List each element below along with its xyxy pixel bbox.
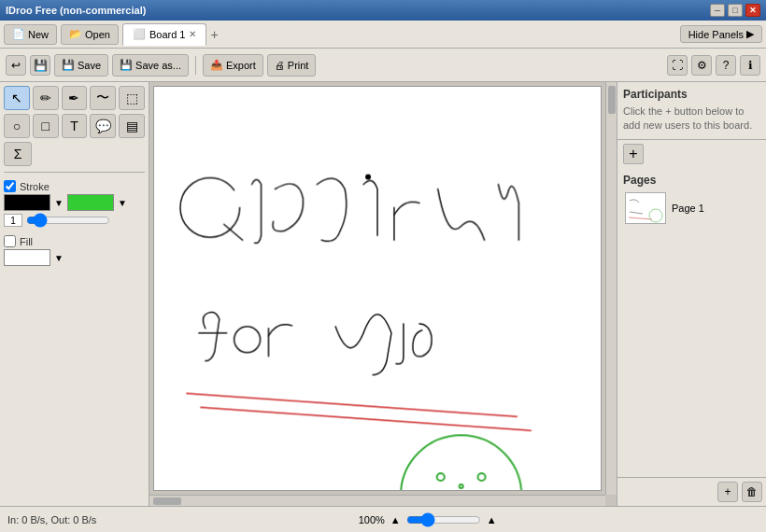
canvas-bg[interactable] [153, 86, 602, 491]
export-button[interactable]: 📤 Export [203, 54, 263, 77]
save-as-icon: 💾 [120, 59, 133, 71]
minimize-button[interactable]: ─ [710, 4, 725, 17]
stroke-color-row: ▼ ▼ [4, 194, 145, 211]
maximize-button[interactable]: □ [728, 4, 743, 17]
stroke-checkbox[interactable] [4, 180, 16, 192]
print-button[interactable]: 🖨 Print [267, 54, 317, 77]
drawing-canvas[interactable] [154, 87, 601, 490]
zoom-controls: 100% ▲ ▲ [359, 512, 497, 527]
pages-title: Pages [623, 174, 760, 187]
fill-label: Fill [20, 236, 33, 247]
zoom-label: 100% [359, 514, 385, 525]
settings-button[interactable]: ⚙ [691, 55, 712, 76]
add-page-button[interactable]: + [717, 482, 738, 502]
fill-checkbox[interactable] [4, 235, 16, 247]
speech-tool[interactable]: 💬 [90, 114, 116, 138]
fill-color-row: ▼ [4, 249, 145, 266]
tab-icon: ⬜ [133, 28, 146, 40]
network-status: In: 0 B/s, Out: 0 B/s [7, 514, 96, 525]
hide-panels-button[interactable]: Hide Panels ▶ [680, 25, 762, 43]
toolbox: ↖ ✏ ✒ 〜 ⬚ ○ □ T 💬 ▤ Σ Stroke ▼ [0, 82, 149, 506]
open-button[interactable]: 📂 Open [61, 24, 119, 45]
fill-color-white[interactable] [4, 249, 50, 266]
print-icon: 🖨 [275, 60, 285, 71]
stroke-section: Stroke ▼ ▼ [4, 178, 145, 230]
rectangle-tool[interactable]: □ [33, 114, 59, 138]
canvas-container [149, 82, 617, 506]
chevron-right-icon: ▶ [746, 28, 754, 40]
stroke-color-arrow[interactable]: ▼ [54, 198, 64, 208]
sigma-tool[interactable]: Σ [4, 142, 32, 166]
save-icon: 💾 [62, 59, 75, 71]
stroke-checkbox-row: Stroke [4, 180, 145, 192]
add-participant-button[interactable]: + [623, 144, 644, 164]
stroke-color-green[interactable] [67, 194, 114, 211]
page-label: Page 1 [672, 203, 704, 214]
toolbar-separator [195, 56, 196, 75]
page-thumbnail [625, 192, 666, 224]
zoom-slider[interactable] [406, 512, 481, 527]
participants-section: Participants Click the + button below to… [617, 82, 766, 140]
window-controls: ─ □ ✕ [710, 4, 760, 17]
export-icon: 📤 [210, 59, 223, 71]
help-button[interactable]: ? [716, 55, 736, 76]
save-icon-button[interactable]: 💾 [30, 55, 50, 76]
save-button[interactable]: 💾 Save [54, 54, 108, 77]
stroke-color-black[interactable] [4, 194, 50, 211]
pages-section: Pages Page 1 [617, 168, 766, 477]
open-icon: 📂 [69, 28, 82, 40]
stroke-size-slider[interactable] [26, 213, 110, 228]
undo-button[interactable]: ↩ [6, 55, 26, 76]
stroke-slider-row [4, 213, 145, 228]
pencil-tool[interactable]: ✏ [33, 86, 59, 110]
delete-page-button[interactable]: 🗑 [742, 482, 762, 502]
info-button[interactable]: ℹ [740, 55, 760, 76]
tab-bar: 📄 New 📂 Open ⬜ Board 1 ✕ + Hide Panels ▶ [0, 21, 766, 49]
tab-close-icon[interactable]: ✕ [189, 29, 196, 39]
save-as-button[interactable]: 💾 Save as... [112, 54, 189, 77]
image-tool[interactable]: ▤ [119, 114, 145, 138]
participants-hint: Click the + button below to add new user… [623, 105, 760, 133]
tool-row-1: ↖ ✏ ✒ 〜 ⬚ [4, 86, 145, 110]
tool-row-2: ○ □ T 💬 ▤ [4, 114, 145, 138]
ellipse-tool[interactable]: ○ [4, 114, 30, 138]
title-bar: IDroo Free (non-commercial) ─ □ ✕ [0, 0, 766, 21]
horizontal-scrollbar[interactable] [149, 495, 605, 506]
thumb-canvas [626, 193, 666, 224]
tab-label: Board 1 [149, 29, 186, 40]
fill-section: Fill ▼ [4, 233, 145, 270]
add-tab-button[interactable]: + [210, 27, 218, 42]
fullscreen-button[interactable]: ⛶ [667, 55, 688, 76]
fill-color-arrow[interactable]: ▼ [54, 253, 64, 263]
stroke-color-arrow2[interactable]: ▼ [118, 198, 127, 208]
eraser-tool[interactable]: ⬚ [119, 86, 145, 110]
main-toolbar: ↩ 💾 💾 Save 💾 Save as... 📤 Export 🖨 Print… [0, 49, 766, 82]
tool-row-3: Σ [4, 142, 145, 166]
new-icon: 📄 [12, 28, 25, 40]
right-panel: Participants Click the + button below to… [617, 82, 766, 506]
main-area: ↖ ✏ ✒ 〜 ⬚ ○ □ T 💬 ▤ Σ Stroke ▼ [0, 82, 766, 506]
close-button[interactable]: ✕ [745, 4, 760, 17]
status-bar: In: 0 B/s, Out: 0 B/s 100% ▲ ▲ [0, 506, 766, 532]
text-tool[interactable]: T [62, 114, 88, 138]
vertical-scrollbar[interactable] [605, 82, 617, 495]
tab-left-group: 📄 New 📂 Open ⬜ Board 1 ✕ + [4, 23, 219, 46]
page-item[interactable]: Page 1 [623, 190, 760, 226]
zoom-decrease-icon[interactable]: ▲ [390, 514, 401, 525]
new-button[interactable]: 📄 New [4, 24, 57, 45]
curve-tool[interactable]: 〜 [90, 86, 116, 110]
tool-separator [4, 172, 145, 173]
app-title: IDroo Free (non-commercial) [6, 5, 146, 16]
stroke-label: Stroke [20, 181, 50, 192]
select-tool[interactable]: ↖ [4, 86, 30, 110]
board-tab[interactable]: ⬜ Board 1 ✕ [122, 23, 207, 46]
toolbar-right-group: ⛶ ⚙ ? ℹ [667, 55, 760, 76]
zoom-increase-icon[interactable]: ▲ [487, 514, 497, 525]
participants-title: Participants [623, 88, 760, 101]
stroke-size-input[interactable] [4, 214, 22, 227]
pen-tool[interactable]: ✒ [62, 86, 88, 110]
fill-checkbox-row: Fill [4, 235, 145, 247]
